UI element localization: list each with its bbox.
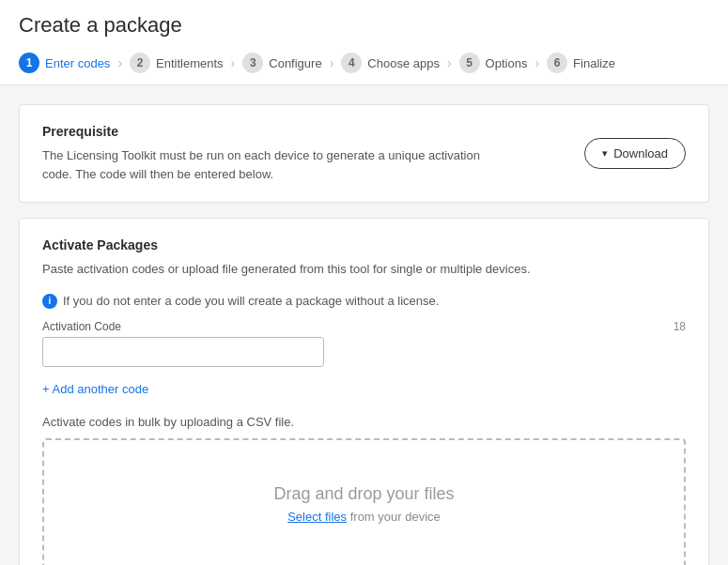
page-title: Create a package <box>19 13 709 38</box>
drop-zone[interactable]: Drag and drop your files Select files fr… <box>42 438 686 566</box>
step-circle-6: 6 <box>547 53 567 73</box>
step-2[interactable]: 2 Entitlements <box>130 53 224 73</box>
step-circle-3: 3 <box>242 53 263 73</box>
step-4[interactable]: 4 Choose apps <box>341 53 440 73</box>
add-code-link[interactable]: + Add another code <box>42 382 148 396</box>
step-circle-5: 5 <box>459 53 480 73</box>
step-label-2: Entitlements <box>156 56 224 70</box>
drag-drop-text: Drag and drop your files <box>273 484 454 504</box>
step-label-6: Finalize <box>573 56 615 70</box>
prerequisite-description: The Licensing Toolkit must be run on eac… <box>42 146 493 183</box>
info-row: i If you do not enter a code you will cr… <box>42 294 686 309</box>
from-device-text: from your device <box>347 510 441 524</box>
page-content: Prerequisite The Licensing Toolkit must … <box>0 85 728 565</box>
info-icon: i <box>42 294 57 309</box>
field-header: Activation Code 18 <box>42 320 686 333</box>
prerequisite-card: Prerequisite The Licensing Toolkit must … <box>19 104 709 203</box>
upload-label: Activate codes in bulk by uploading a CS… <box>42 415 686 429</box>
step-3[interactable]: 3 Configure <box>242 53 321 73</box>
activate-card: Activate Packages Paste activation codes… <box>19 218 709 565</box>
step-circle-1: 1 <box>19 53 39 73</box>
prerequisite-text: Prerequisite The Licensing Toolkit must … <box>42 124 584 183</box>
page-wrapper: Create a package 1 Enter codes › 2 Entit… <box>0 0 728 565</box>
activation-code-label: Activation Code <box>42 320 121 333</box>
activate-description: Paste activation codes or upload file ge… <box>42 260 686 279</box>
select-files-link[interactable]: Select files <box>287 510 347 524</box>
step-sep-5: › <box>534 55 539 70</box>
step-label-1: Enter codes <box>45 56 110 70</box>
step-sep-4: › <box>447 55 452 70</box>
step-sep-3: › <box>330 55 334 70</box>
step-label-4: Choose apps <box>367 56 440 70</box>
step-circle-2: 2 <box>130 53 150 73</box>
step-label-5: Options <box>486 56 528 70</box>
step-sep-1: › <box>117 55 122 70</box>
activation-code-field-group: Activation Code 18 <box>42 320 686 367</box>
step-5[interactable]: 5 Options <box>459 53 528 73</box>
chevron-down-icon: ▾ <box>602 147 608 160</box>
step-sep-2: › <box>231 55 236 70</box>
stepper: 1 Enter codes › 2 Entitlements › 3 Confi… <box>19 53 709 84</box>
download-label: Download <box>613 146 668 160</box>
step-circle-4: 4 <box>341 53 362 73</box>
step-6[interactable]: 6 Finalize <box>547 53 615 73</box>
info-text: If you do not enter a code you will crea… <box>63 294 439 308</box>
step-1[interactable]: 1 Enter codes <box>19 53 110 73</box>
activation-code-input[interactable] <box>42 337 324 367</box>
activation-code-count: 18 <box>674 320 686 333</box>
step-label-3: Configure <box>269 56 321 70</box>
download-button[interactable]: ▾ Download <box>584 138 686 169</box>
prerequisite-title: Prerequisite <box>42 124 584 139</box>
drop-subtext: Select files from your device <box>287 510 441 524</box>
activate-title: Activate Packages <box>42 237 686 252</box>
page-header: Create a package 1 Enter codes › 2 Entit… <box>0 0 728 85</box>
